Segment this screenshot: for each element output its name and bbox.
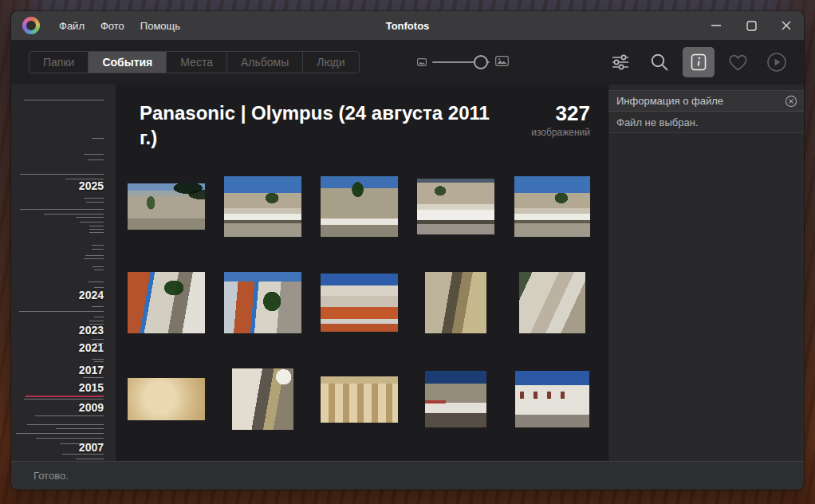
timeline-year-2017[interactable]: 2017 bbox=[79, 364, 104, 376]
favorites-heart-icon[interactable] bbox=[722, 47, 754, 77]
thumbnail-cell bbox=[311, 351, 408, 447]
thumbnail-cell bbox=[118, 351, 215, 447]
toolbar-actions bbox=[604, 47, 804, 77]
search-icon[interactable] bbox=[644, 47, 675, 77]
file-info-panel: Информация о файле Файл не выбран. bbox=[608, 85, 804, 461]
thumbnail-cell bbox=[504, 158, 600, 254]
slideshow-play-icon[interactable] bbox=[761, 47, 793, 77]
thumbnail-cell bbox=[408, 254, 504, 351]
thumbnail-cell bbox=[504, 254, 600, 351]
file-info-row: Файл не выбран. bbox=[608, 112, 804, 133]
photo-thumbnail[interactable] bbox=[519, 272, 585, 333]
timeline-tick bbox=[92, 249, 104, 250]
photo-thumbnail[interactable] bbox=[224, 272, 301, 333]
photo-thumbnail[interactable] bbox=[128, 378, 205, 420]
event-header: Panasonic | Olympus (24 августа 2011 г.)… bbox=[116, 85, 608, 150]
menu-help[interactable]: Помощь bbox=[132, 15, 188, 37]
thumbnail-grid bbox=[116, 158, 608, 447]
zoom-slider-knob[interactable] bbox=[474, 55, 488, 69]
photo-thumbnail[interactable] bbox=[417, 179, 494, 234]
timeline-tick bbox=[24, 100, 104, 100]
timeline-year-2007[interactable]: 2007 bbox=[79, 442, 104, 454]
thumbnail-row bbox=[118, 158, 608, 254]
content-area: 20252024202320212017201520092007 Panason… bbox=[11, 85, 804, 461]
maximize-button[interactable] bbox=[734, 11, 769, 40]
minimize-button[interactable] bbox=[699, 11, 734, 40]
tab-events[interactable]: События bbox=[89, 52, 167, 73]
thumbnail-cell bbox=[408, 158, 504, 254]
photo-thumbnail[interactable] bbox=[321, 376, 398, 423]
thumbnail-row bbox=[118, 254, 608, 351]
timeline-tick bbox=[89, 232, 104, 233]
timeline-tick bbox=[88, 282, 104, 282]
timeline-tick bbox=[92, 359, 104, 360]
thumbnail-cell bbox=[311, 254, 408, 351]
menu-photo[interactable]: Фото bbox=[93, 15, 132, 37]
thumbnail-cell bbox=[118, 254, 215, 351]
desktop-wallpaper: Файл Фото Помощь Tonfotos Папки bbox=[0, 0, 815, 504]
photo-thumbnail[interactable] bbox=[515, 371, 589, 427]
photo-thumbnail[interactable] bbox=[232, 368, 293, 430]
menu-bar: Файл Фото Помощь bbox=[51, 15, 188, 37]
small-image-icon bbox=[417, 55, 427, 69]
timeline-tick bbox=[85, 255, 104, 256]
zoom-slider[interactable] bbox=[432, 55, 490, 69]
event-count: 327 bbox=[531, 102, 590, 124]
tab-places[interactable]: Места bbox=[167, 52, 227, 73]
toolbar: Папки События Места Альбомы Люди bbox=[11, 40, 804, 85]
panel-close-icon[interactable] bbox=[785, 95, 797, 108]
timeline-tick bbox=[76, 217, 104, 218]
photo-thumbnail[interactable] bbox=[514, 176, 590, 237]
thumbnail-cell bbox=[215, 254, 311, 351]
timeline-tick bbox=[84, 198, 104, 199]
timeline-tick bbox=[16, 433, 104, 434]
timeline-year-2023[interactable]: 2023 bbox=[79, 325, 104, 337]
timeline-year-2024[interactable]: 2024 bbox=[79, 289, 104, 301]
thumbnail-zoom-control bbox=[417, 40, 509, 85]
timeline-tick bbox=[94, 270, 104, 270]
timeline-tick bbox=[86, 202, 104, 203]
timeline-year-2015[interactable]: 2015 bbox=[79, 382, 104, 394]
tab-people[interactable]: Люди bbox=[303, 52, 358, 73]
tab-albums[interactable]: Альбомы bbox=[227, 52, 303, 73]
thumbnail-cell bbox=[504, 351, 600, 447]
timeline-tick bbox=[62, 454, 104, 455]
photo-thumbnail[interactable] bbox=[425, 371, 486, 427]
photo-thumbnail[interactable] bbox=[425, 272, 486, 333]
adjustments-icon[interactable] bbox=[604, 47, 636, 77]
timeline-year-2009[interactable]: 2009 bbox=[79, 402, 104, 414]
menu-file[interactable]: Файл bbox=[51, 15, 93, 37]
thumbnail-cell bbox=[311, 158, 408, 254]
timeline-tick bbox=[83, 377, 104, 378]
thumbnail-cell bbox=[118, 158, 215, 254]
timeline-tick bbox=[92, 306, 104, 307]
timeline-tick bbox=[44, 214, 104, 215]
timeline-year-2025[interactable]: 2025 bbox=[79, 180, 104, 192]
timeline-tick bbox=[84, 154, 104, 155]
panel-spacer bbox=[608, 85, 804, 90]
tab-folders[interactable]: Папки bbox=[30, 52, 89, 73]
timeline-tick bbox=[24, 399, 104, 400]
event-count-label: изображений bbox=[531, 127, 590, 138]
timeline-tick bbox=[94, 317, 104, 317]
timeline-year-2021[interactable]: 2021 bbox=[79, 342, 104, 354]
timeline-tick bbox=[19, 311, 104, 312]
timeline-tick bbox=[80, 222, 104, 222]
thumbnail-row bbox=[118, 351, 608, 447]
close-button[interactable] bbox=[769, 11, 804, 40]
thumbnail-cell bbox=[215, 158, 311, 254]
photo-grid-area: Panasonic | Olympus (24 августа 2011 г.)… bbox=[116, 85, 608, 461]
timeline-tick bbox=[88, 159, 104, 160]
photo-thumbnail[interactable] bbox=[321, 274, 398, 332]
timeline-tick bbox=[89, 229, 104, 230]
timeline-tick bbox=[89, 321, 104, 321]
photo-thumbnail[interactable] bbox=[128, 272, 205, 333]
thumbnail-cell bbox=[215, 351, 311, 447]
timeline-sidebar[interactable]: 20252024202320212017201520092007 bbox=[11, 85, 116, 461]
photo-thumbnail[interactable] bbox=[321, 176, 398, 237]
file-info-icon[interactable] bbox=[683, 47, 715, 77]
photo-thumbnail[interactable] bbox=[128, 183, 205, 230]
photo-thumbnail[interactable] bbox=[224, 176, 301, 237]
view-tabs: Папки События Места Альбомы Люди bbox=[29, 51, 360, 73]
timeline-tick bbox=[27, 424, 104, 425]
